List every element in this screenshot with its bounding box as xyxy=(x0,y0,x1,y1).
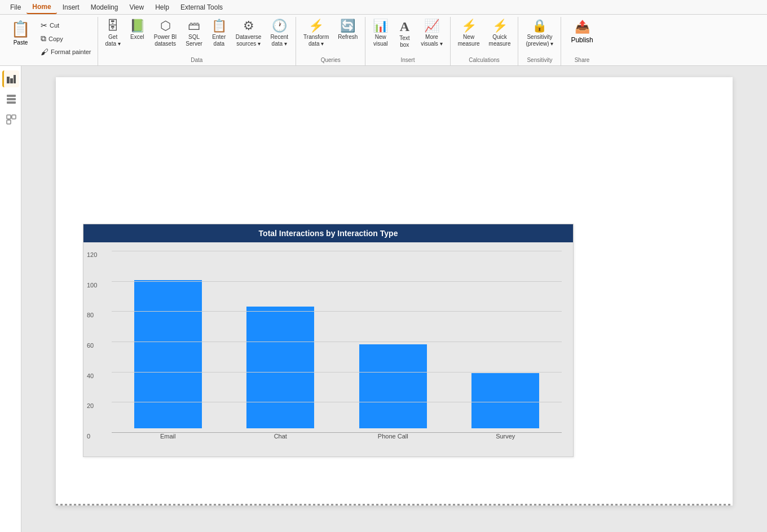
menu-external-tools[interactable]: External Tools xyxy=(175,1,228,14)
svg-rect-4 xyxy=(7,98,16,100)
model-view-icon[interactable] xyxy=(2,111,19,128)
transform-data-button[interactable]: ⚡ Transformdata ▾ xyxy=(299,17,333,50)
power-bi-label: Power BIdatasets xyxy=(154,34,177,47)
refresh-button[interactable]: 🔄 Refresh xyxy=(334,17,362,43)
sensitivity-label: Sensitivity(preview) ▾ xyxy=(526,34,553,47)
canvas-bottom-border xyxy=(56,504,733,506)
gridline-40 xyxy=(112,372,562,373)
menu-view[interactable]: View xyxy=(124,1,149,14)
chart-title: Total Interactions by Interaction Type xyxy=(83,224,573,242)
y-label-80: 80 xyxy=(87,312,97,318)
more-visuals-label: Morevisuals ▾ xyxy=(421,34,442,47)
svg-rect-0 xyxy=(7,77,10,83)
share-group-label: Share xyxy=(565,55,599,65)
svg-rect-8 xyxy=(7,120,11,124)
sql-label: SQLServer xyxy=(186,34,202,47)
format-painter-label: Format painter xyxy=(51,48,91,55)
menu-file[interactable]: File xyxy=(5,1,27,14)
copy-button[interactable]: ⧉ Copy xyxy=(38,32,94,45)
report-view-icon[interactable] xyxy=(2,70,19,87)
clipboard-group: 📋 Paste ✂ Cut ⧉ Copy 🖌 Format painter xyxy=(2,17,98,65)
format-painter-button[interactable]: 🖌 Format painter xyxy=(38,46,94,58)
paste-button[interactable]: 📋 Paste xyxy=(6,17,36,48)
sensitivity-button[interactable]: 🔒 Sensitivity(preview) ▾ xyxy=(522,17,557,50)
transform-icon: ⚡ xyxy=(308,20,324,32)
excel-label: Excel xyxy=(130,34,144,41)
gridline-20 xyxy=(112,402,562,402)
power-bi-icon: ⬡ xyxy=(160,20,171,32)
svg-rect-5 xyxy=(7,101,16,104)
svg-rect-2 xyxy=(14,75,16,83)
canvas-page: Total Interactions by Interaction Type 0… xyxy=(56,77,733,506)
enter-data-label: Enterdata xyxy=(212,34,226,47)
more-visuals-button[interactable]: 📈 Morevisuals ▾ xyxy=(417,17,446,50)
get-data-icon: 🗄 xyxy=(107,20,119,32)
recent-data-icon: 🕐 xyxy=(272,20,287,32)
cut-icon: ✂ xyxy=(41,21,47,30)
paste-icon: 📋 xyxy=(11,20,30,38)
bar-label-email: Email xyxy=(160,433,176,440)
quick-measure-label: Quickmeasure xyxy=(489,34,511,47)
chart-baseline xyxy=(112,432,562,433)
data-group-label: Data xyxy=(102,55,293,65)
gridlines xyxy=(112,251,562,433)
gridline-60 xyxy=(112,342,562,342)
data-group: 🗄 Getdata ▾ 📗 Excel ⬡ Power BIdatasets 🗃… xyxy=(98,17,297,65)
refresh-label: Refresh xyxy=(338,34,358,41)
publish-button[interactable]: 📤 Publish xyxy=(565,17,599,47)
y-label-20: 20 xyxy=(87,402,97,409)
menu-help[interactable]: Help xyxy=(149,1,175,14)
new-measure-button[interactable]: ⚡ Newmeasure xyxy=(454,17,484,50)
chart-body: 0 20 40 60 80 100 120 EmailChatPhone Cal… xyxy=(83,242,573,456)
share-group: 📤 Publish Share xyxy=(561,17,602,65)
calculations-group: ⚡ Newmeasure ⚡ Quickmeasure Calculations xyxy=(451,17,519,65)
y-label-100: 100 xyxy=(87,282,97,289)
insert-group-label: Insert xyxy=(369,55,446,65)
sensitivity-group: 🔒 Sensitivity(preview) ▾ Sensitivity xyxy=(518,17,561,65)
menu-home[interactable]: Home xyxy=(27,1,56,14)
bar-label-survey: Survey xyxy=(496,433,515,440)
power-bi-datasets-button[interactable]: ⬡ Power BIdatasets xyxy=(150,17,181,50)
get-data-button[interactable]: 🗄 Getdata ▾ xyxy=(102,17,125,50)
new-measure-icon: ⚡ xyxy=(461,20,477,32)
y-axis: 0 20 40 60 80 100 120 xyxy=(87,251,97,440)
cut-label: Cut xyxy=(50,22,59,29)
publish-icon: 📤 xyxy=(575,20,590,34)
dataverse-icon: ⚙ xyxy=(243,20,254,32)
svg-rect-1 xyxy=(10,78,13,83)
dataverse-button[interactable]: ⚙ Dataversesources ▾ xyxy=(232,17,266,50)
y-label-120: 120 xyxy=(87,251,97,258)
queries-group-label: Queries xyxy=(299,55,362,65)
text-box-label: Textbox xyxy=(399,35,409,48)
enter-data-icon: 📋 xyxy=(211,20,227,32)
canvas-area[interactable]: Total Interactions by Interaction Type 0… xyxy=(21,66,767,532)
svg-rect-3 xyxy=(7,95,16,97)
get-data-label: Getdata ▾ xyxy=(105,34,121,47)
svg-rect-6 xyxy=(7,115,11,119)
text-box-button[interactable]: A Textbox xyxy=(393,17,416,51)
refresh-icon: 🔄 xyxy=(340,20,355,32)
enter-data-button[interactable]: 📋 Enterdata xyxy=(208,17,231,50)
chart-container[interactable]: Total Interactions by Interaction Type 0… xyxy=(83,224,574,457)
more-visuals-icon: 📈 xyxy=(424,20,439,32)
queries-group: ⚡ Transformdata ▾ 🔄 Refresh Queries xyxy=(296,17,365,65)
excel-button[interactable]: 📗 Excel xyxy=(126,17,149,43)
new-visual-button[interactable]: 📊 Newvisual xyxy=(369,17,392,50)
y-label-40: 40 xyxy=(87,373,97,379)
quick-measure-button[interactable]: ⚡ Quickmeasure xyxy=(485,17,515,50)
insert-group: 📊 Newvisual A Textbox 📈 Morevisuals ▾ In… xyxy=(365,17,450,65)
ribbon: 📋 Paste ✂ Cut ⧉ Copy 🖌 Format painter xyxy=(0,15,767,66)
gridline-100 xyxy=(112,281,562,282)
new-visual-icon: 📊 xyxy=(373,20,388,32)
format-painter-icon: 🖌 xyxy=(41,47,49,56)
sql-server-button[interactable]: 🗃 SQLServer xyxy=(182,17,206,50)
main-layout: Total Interactions by Interaction Type 0… xyxy=(0,66,767,532)
menu-modeling[interactable]: Modeling xyxy=(85,1,124,14)
svg-rect-7 xyxy=(12,115,16,119)
recent-data-button[interactable]: 🕐 Recentdata ▾ xyxy=(266,17,292,50)
menu-insert[interactable]: Insert xyxy=(57,1,85,14)
data-view-icon[interactable] xyxy=(2,91,19,108)
cut-button[interactable]: ✂ Cut xyxy=(38,19,94,32)
menu-bar: File Home Insert Modeling View Help Exte… xyxy=(0,0,767,15)
new-visual-label: Newvisual xyxy=(373,34,388,47)
